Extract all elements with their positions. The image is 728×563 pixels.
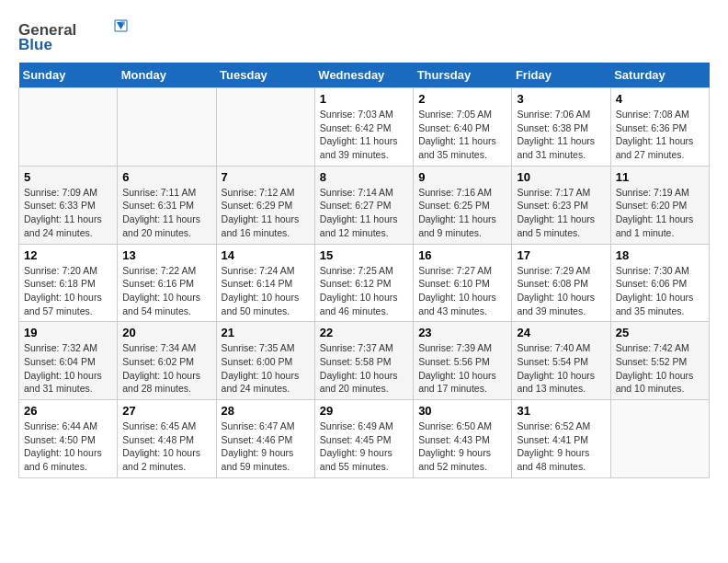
- day-number: 24: [517, 326, 605, 339]
- day-info: Sunrise: 6:52 AM Sunset: 4:41 PM Dayligh…: [517, 419, 605, 474]
- calendar-cell: 9Sunrise: 7:16 AM Sunset: 6:25 PM Daylig…: [414, 166, 512, 244]
- calendar-week-3: 12Sunrise: 7:20 AM Sunset: 6:18 PM Dayli…: [19, 244, 710, 322]
- day-number: 3: [517, 92, 605, 106]
- calendar-cell: 18Sunrise: 7:30 AM Sunset: 6:06 PM Dayli…: [610, 244, 709, 322]
- day-number: 27: [122, 404, 210, 418]
- svg-text:Blue: Blue: [18, 36, 52, 53]
- day-number: 25: [616, 326, 704, 339]
- day-info: Sunrise: 7:03 AM Sunset: 6:42 PM Dayligh…: [320, 108, 408, 162]
- day-number: 2: [418, 92, 506, 106]
- day-info: Sunrise: 7:42 AM Sunset: 5:52 PM Dayligh…: [616, 341, 704, 396]
- day-info: Sunrise: 7:17 AM Sunset: 6:23 PM Dayligh…: [517, 186, 605, 240]
- calendar-cell: 10Sunrise: 7:17 AM Sunset: 6:23 PM Dayli…: [512, 166, 610, 244]
- day-number: 6: [122, 170, 210, 184]
- day-number: 21: [222, 326, 310, 339]
- day-number: 10: [517, 170, 605, 184]
- calendar-cell: 4Sunrise: 7:08 AM Sunset: 6:36 PM Daylig…: [610, 88, 709, 167]
- calendar-cell: [610, 400, 709, 478]
- calendar-cell: 17Sunrise: 7:29 AM Sunset: 6:08 PM Dayli…: [512, 244, 610, 322]
- calendar-cell: 30Sunrise: 6:50 AM Sunset: 4:43 PM Dayli…: [414, 400, 512, 478]
- calendar-cell: 23Sunrise: 7:39 AM Sunset: 5:56 PM Dayli…: [414, 322, 512, 400]
- calendar-cell: 6Sunrise: 7:11 AM Sunset: 6:31 PM Daylig…: [118, 166, 216, 244]
- calendar-cell: 7Sunrise: 7:12 AM Sunset: 6:29 PM Daylig…: [216, 166, 314, 244]
- day-number: 31: [517, 404, 605, 418]
- day-header-wednesday: Wednesday: [314, 63, 413, 88]
- day-info: Sunrise: 7:39 AM Sunset: 5:56 PM Dayligh…: [418, 341, 506, 396]
- calendar-cell: 16Sunrise: 7:27 AM Sunset: 6:10 PM Dayli…: [414, 244, 512, 322]
- calendar-cell: 5Sunrise: 7:09 AM Sunset: 6:33 PM Daylig…: [19, 166, 118, 244]
- calendar-week-1: 1Sunrise: 7:03 AM Sunset: 6:42 PM Daylig…: [19, 88, 710, 167]
- calendar-cell: 28Sunrise: 6:47 AM Sunset: 4:46 PM Dayli…: [216, 400, 314, 478]
- day-number: 9: [418, 170, 506, 184]
- day-info: Sunrise: 7:20 AM Sunset: 6:18 PM Dayligh…: [24, 264, 112, 318]
- day-number: 29: [320, 404, 408, 418]
- calendar-cell: 31Sunrise: 6:52 AM Sunset: 4:41 PM Dayli…: [512, 400, 610, 478]
- calendar-cell: 2Sunrise: 7:05 AM Sunset: 6:40 PM Daylig…: [414, 88, 512, 167]
- calendar-cell: 12Sunrise: 7:20 AM Sunset: 6:18 PM Dayli…: [19, 244, 118, 322]
- calendar-cell: 27Sunrise: 6:45 AM Sunset: 4:48 PM Dayli…: [118, 400, 216, 478]
- day-number: 11: [616, 170, 704, 184]
- day-info: Sunrise: 6:50 AM Sunset: 4:43 PM Dayligh…: [418, 419, 506, 474]
- calendar-cell: 22Sunrise: 7:37 AM Sunset: 5:58 PM Dayli…: [314, 322, 413, 400]
- day-header-tuesday: Tuesday: [216, 63, 314, 88]
- calendar-cell: 21Sunrise: 7:35 AM Sunset: 6:00 PM Dayli…: [216, 322, 314, 400]
- day-info: Sunrise: 6:49 AM Sunset: 4:45 PM Dayligh…: [320, 419, 408, 474]
- day-info: Sunrise: 7:29 AM Sunset: 6:08 PM Dayligh…: [517, 264, 605, 318]
- day-number: 23: [418, 326, 506, 339]
- day-info: Sunrise: 6:44 AM Sunset: 4:50 PM Dayligh…: [24, 419, 112, 474]
- calendar-table: SundayMondayTuesdayWednesdayThursdayFrid…: [18, 63, 710, 478]
- day-info: Sunrise: 7:08 AM Sunset: 6:36 PM Dayligh…: [616, 108, 704, 162]
- logo: General Blue: [18, 18, 129, 53]
- day-number: 7: [222, 170, 310, 184]
- day-info: Sunrise: 7:37 AM Sunset: 5:58 PM Dayligh…: [320, 341, 408, 396]
- day-number: 17: [517, 248, 605, 262]
- day-number: 13: [122, 248, 210, 262]
- calendar-cell: 29Sunrise: 6:49 AM Sunset: 4:45 PM Dayli…: [314, 400, 413, 478]
- day-header-saturday: Saturday: [610, 63, 709, 88]
- day-number: 30: [418, 404, 506, 418]
- day-info: Sunrise: 7:14 AM Sunset: 6:27 PM Dayligh…: [320, 186, 408, 240]
- calendar-cell: 20Sunrise: 7:34 AM Sunset: 6:02 PM Dayli…: [118, 322, 216, 400]
- calendar-cell: 26Sunrise: 6:44 AM Sunset: 4:50 PM Dayli…: [19, 400, 118, 478]
- day-number: 15: [320, 248, 408, 262]
- calendar-cell: 19Sunrise: 7:32 AM Sunset: 6:04 PM Dayli…: [19, 322, 118, 400]
- day-info: Sunrise: 7:24 AM Sunset: 6:14 PM Dayligh…: [222, 264, 310, 318]
- day-info: Sunrise: 7:05 AM Sunset: 6:40 PM Dayligh…: [418, 108, 506, 162]
- header: General Blue: [18, 18, 710, 53]
- day-info: Sunrise: 7:16 AM Sunset: 6:25 PM Dayligh…: [418, 186, 506, 240]
- calendar-cell: 1Sunrise: 7:03 AM Sunset: 6:42 PM Daylig…: [314, 88, 413, 167]
- day-header-sunday: Sunday: [19, 63, 118, 88]
- day-info: Sunrise: 7:34 AM Sunset: 6:02 PM Dayligh…: [122, 341, 210, 396]
- day-number: 20: [122, 326, 210, 339]
- day-info: Sunrise: 7:12 AM Sunset: 6:29 PM Dayligh…: [222, 186, 310, 240]
- day-number: 4: [616, 92, 704, 106]
- day-number: 1: [320, 92, 408, 106]
- day-info: Sunrise: 7:06 AM Sunset: 6:38 PM Dayligh…: [517, 108, 605, 162]
- calendar-cell: 25Sunrise: 7:42 AM Sunset: 5:52 PM Dayli…: [610, 322, 709, 400]
- day-number: 8: [320, 170, 408, 184]
- calendar-cell: 3Sunrise: 7:06 AM Sunset: 6:38 PM Daylig…: [512, 88, 610, 167]
- day-info: Sunrise: 7:32 AM Sunset: 6:04 PM Dayligh…: [24, 341, 112, 396]
- calendar-week-5: 26Sunrise: 6:44 AM Sunset: 4:50 PM Dayli…: [19, 400, 710, 478]
- calendar-cell: 14Sunrise: 7:24 AM Sunset: 6:14 PM Dayli…: [216, 244, 314, 322]
- calendar-cell: [118, 88, 216, 167]
- calendar-cell: [216, 88, 314, 167]
- day-info: Sunrise: 7:27 AM Sunset: 6:10 PM Dayligh…: [418, 264, 506, 318]
- day-header-friday: Friday: [512, 63, 610, 88]
- day-info: Sunrise: 6:47 AM Sunset: 4:46 PM Dayligh…: [222, 419, 310, 474]
- day-info: Sunrise: 7:19 AM Sunset: 6:20 PM Dayligh…: [616, 186, 704, 240]
- calendar-week-4: 19Sunrise: 7:32 AM Sunset: 6:04 PM Dayli…: [19, 322, 710, 400]
- day-number: 19: [24, 326, 112, 339]
- day-info: Sunrise: 7:22 AM Sunset: 6:16 PM Dayligh…: [122, 264, 210, 318]
- day-number: 28: [222, 404, 310, 418]
- calendar-week-2: 5Sunrise: 7:09 AM Sunset: 6:33 PM Daylig…: [19, 166, 710, 244]
- calendar-cell: 15Sunrise: 7:25 AM Sunset: 6:12 PM Dayli…: [314, 244, 413, 322]
- day-header-thursday: Thursday: [414, 63, 512, 88]
- day-info: Sunrise: 7:35 AM Sunset: 6:00 PM Dayligh…: [222, 341, 310, 396]
- day-number: 12: [24, 248, 112, 262]
- days-header-row: SundayMondayTuesdayWednesdayThursdayFrid…: [19, 63, 710, 88]
- day-info: Sunrise: 7:25 AM Sunset: 6:12 PM Dayligh…: [320, 264, 408, 318]
- day-number: 16: [418, 248, 506, 262]
- day-info: Sunrise: 7:11 AM Sunset: 6:31 PM Dayligh…: [122, 186, 210, 240]
- calendar-cell: 24Sunrise: 7:40 AM Sunset: 5:54 PM Dayli…: [512, 322, 610, 400]
